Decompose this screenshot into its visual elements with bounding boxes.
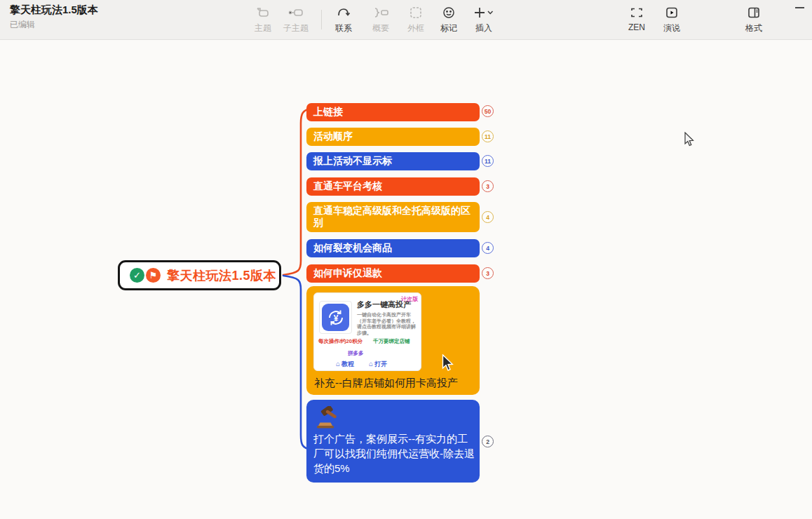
topic-node[interactable]: 报上活动不显示标 <box>306 152 480 170</box>
insert-plus-icon <box>473 4 494 21</box>
embedded-tool-card-image[interactable]: ¥ 多多一键高投产 计次版 一键自动化卡高投产开车（开车老手必看）全教程，请点击… <box>313 292 421 371</box>
toolbar-summary-label: 概要 <box>372 22 389 34</box>
topic-node[interactable]: 活动顺序 <box>306 128 480 146</box>
toolbar-insert-button[interactable]: 插入 <box>466 4 502 36</box>
open-button-label: 打开 <box>374 360 387 368</box>
toolbar-boundary-button[interactable]: 外框 <box>398 4 434 36</box>
present-play-icon <box>665 4 679 21</box>
yuan-refresh-icon: ¥ <box>322 304 349 331</box>
topic-node-with-image[interactable]: ¥ 多多一键高投产 计次版 一键自动化卡高投产开车（开车老手必看）全教程，请点击… <box>306 286 480 395</box>
toolbar-boundary-label: 外框 <box>407 22 424 34</box>
toolbar-marker-label: 标记 <box>440 22 457 34</box>
topic-label: 活动顺序 <box>306 128 480 146</box>
open-button[interactable]: ⌂打开 <box>369 360 387 369</box>
summary-icon <box>372 4 389 21</box>
format-panel-icon <box>747 4 761 21</box>
svg-text:¥: ¥ <box>333 313 338 323</box>
topic-node[interactable]: 如何裂变机会商品 <box>306 239 480 257</box>
badge-value: 50 <box>485 108 491 115</box>
toolbar-format-label: 格式 <box>745 22 762 34</box>
tutorial-button-label: 教程 <box>341 360 354 368</box>
toolbar-insert-label: 插入 <box>475 22 492 34</box>
topic-label: 打个广告，案例展示--有实力的工厂可以找我们纯佣代运营收-除去退货的5% <box>313 431 475 476</box>
tool-card-platform: 拼多多 <box>348 350 364 357</box>
topic-node-ad[interactable]: 打个广告，案例展示--有实力的工厂可以找我们纯佣代运营收-除去退货的5% <box>306 400 480 483</box>
toolbar-subtopic-button[interactable]: 子主题 <box>278 4 314 36</box>
topic-node[interactable]: 上链接 <box>306 103 480 121</box>
topic-label: 如何申诉仅退款 <box>306 264 480 283</box>
tool-icon-frame: ¥ <box>319 301 352 334</box>
toolbar-divider <box>321 10 322 29</box>
children-count-badge[interactable]: 3 <box>482 267 494 279</box>
topic-node[interactable]: 如何申诉仅退款 <box>306 264 480 283</box>
document-title: 擎天柱玩法1.5版本 <box>10 4 98 17</box>
toolbar-marker-button[interactable]: 标记 <box>431 4 467 36</box>
topic-label: 报上活动不显示标 <box>306 152 480 170</box>
toolbar-topic-label: 主题 <box>255 22 271 34</box>
relationship-icon <box>336 4 351 21</box>
topic-label: 补充--白牌店铺如何用卡高投产 <box>314 377 458 390</box>
children-count-badge[interactable]: 50 <box>482 105 494 117</box>
toolbar-present-button[interactable]: 演说 <box>654 4 690 36</box>
badge-value: 4 <box>486 214 489 221</box>
children-count-badge[interactable]: 11 <box>482 130 494 142</box>
badge-value: 3 <box>486 270 489 277</box>
marker-smiley-icon <box>442 4 456 21</box>
badge-value: 4 <box>486 245 489 252</box>
badge-value: 11 <box>485 133 491 140</box>
toolbar-relationship-button[interactable]: 联系 <box>325 4 362 36</box>
topic-icon <box>255 4 271 21</box>
topbar: 擎天柱玩法1.5版本 已编辑 主题 子主题 联系 概要 <box>0 0 812 40</box>
flag-circle-icon[interactable]: ⚑ <box>146 268 161 283</box>
toolbar-zen-label: ZEN <box>628 22 645 32</box>
tutorial-button[interactable]: ⌂教程 <box>336 360 354 369</box>
tool-card-cost-note: 每次操作/约20积分 <box>318 338 363 345</box>
topic-label: 如何裂变机会商品 <box>306 239 480 257</box>
children-count-badge[interactable]: 2 <box>482 436 494 447</box>
document-status: 已编辑 <box>10 19 35 31</box>
tool-card-tag: 计次版 <box>401 295 418 303</box>
mouse-cursor-secondary <box>442 354 454 372</box>
children-count-badge[interactable]: 11 <box>482 155 494 167</box>
toolbar-zen-button[interactable]: ZEN <box>618 4 655 36</box>
zen-mode-icon <box>630 4 644 21</box>
children-count-badge[interactable]: 3 <box>482 180 494 192</box>
gavel-icon <box>316 406 344 430</box>
tool-card-description: 一键自动化卡高投产开车（开车老手必看）全教程，请点击教程视频有详细讲解步骤。 <box>357 312 419 336</box>
tool-card-bind-note: 千万要绑定店铺 <box>373 338 410 345</box>
home-icon: ⌂ <box>369 360 373 368</box>
toolbar-subtopic-label: 子主题 <box>283 22 309 34</box>
root-topic-label: 擎天柱玩法1.5版本 <box>167 267 276 284</box>
root-topic[interactable]: ✓ ⚑ 擎天柱玩法1.5版本 <box>118 260 281 290</box>
toolbar-format-button[interactable]: 格式 <box>736 4 772 36</box>
window-minimize-button[interactable] <box>795 7 804 8</box>
badge-value: 3 <box>486 183 489 190</box>
home-icon: ⌂ <box>336 360 340 368</box>
topic-node[interactable]: 直通车平台考核 <box>306 177 480 196</box>
mouse-cursor <box>684 132 695 147</box>
topic-label: 上链接 <box>306 103 480 121</box>
toolbar-summary-button[interactable]: 概要 <box>363 4 399 36</box>
children-count-badge[interactable]: 4 <box>482 211 494 223</box>
toolbar-present-label: 演说 <box>663 22 680 34</box>
badge-value: 2 <box>486 438 489 445</box>
boundary-icon <box>409 4 423 21</box>
check-circle-icon[interactable]: ✓ <box>130 268 144 283</box>
toolbar-topic-button[interactable]: 主题 <box>245 4 281 36</box>
badge-value: 11 <box>485 158 491 165</box>
subtopic-icon <box>287 4 304 21</box>
topic-label: 直通车平台考核 <box>306 177 480 196</box>
topic-node[interactable]: 直通车稳定高级版和全托高级版的区别 <box>306 202 480 232</box>
toolbar-relationship-label: 联系 <box>335 22 352 34</box>
children-count-badge[interactable]: 4 <box>482 242 494 254</box>
topic-label: 直通车稳定高级版和全托高级版的区别 <box>306 202 480 232</box>
